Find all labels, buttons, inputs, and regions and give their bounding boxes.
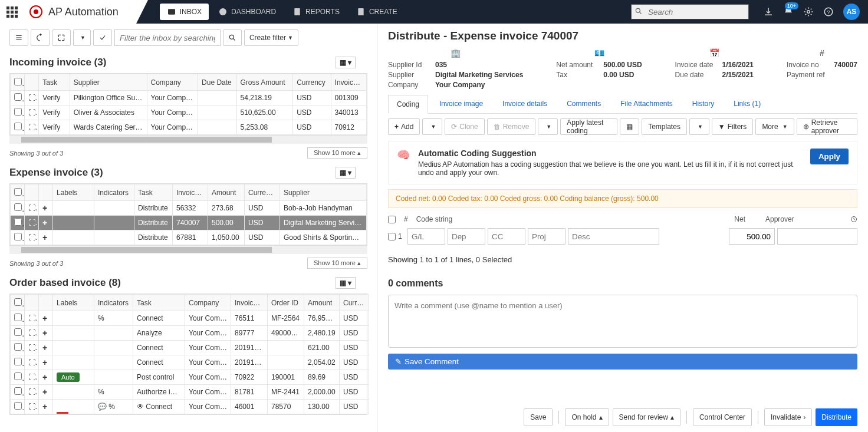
table-row[interactable]: ⛶ + AutoPost controlYour Company70922190… <box>11 370 369 385</box>
plus-icon[interactable]: + <box>42 387 47 397</box>
cc-input[interactable] <box>488 228 525 245</box>
expand-icon[interactable]: ⛶ <box>28 358 39 367</box>
row-checkbox[interactable] <box>14 358 22 365</box>
help-icon[interactable]: ? <box>823 6 834 17</box>
row-checkbox[interactable] <box>14 233 22 240</box>
expand-icon[interactable]: ⛶ <box>28 219 39 227</box>
expand-icon[interactable]: ⛶ <box>28 233 39 242</box>
tab-coding[interactable]: Coding <box>388 95 428 114</box>
table-row[interactable]: ⛶ + Distribute740007500.00USDDigital Mar… <box>11 216 367 230</box>
templates-dropdown[interactable]: ▼ <box>689 118 709 135</box>
retrieve-approver-button[interactable]: ⊕ Retrieve approver <box>797 118 857 135</box>
remove-dropdown[interactable]: ▼ <box>538 118 558 135</box>
coding-select-all[interactable] <box>388 216 396 223</box>
global-search-input[interactable] <box>631 4 749 19</box>
plus-icon[interactable]: + <box>42 314 47 323</box>
plus-icon[interactable]: + <box>42 343 47 352</box>
row-checkbox[interactable] <box>14 328 22 336</box>
row-checkbox[interactable] <box>14 123 22 130</box>
plus-icon[interactable]: + <box>42 203 47 213</box>
table-row[interactable]: ⛶ VerifyPilkington Office SuppliesYour C… <box>11 91 367 105</box>
add-button[interactable]: +Add <box>388 118 420 135</box>
dep-input[interactable] <box>448 228 485 245</box>
apps-grid-icon[interactable] <box>0 0 24 24</box>
row-checkbox[interactable] <box>14 402 22 410</box>
expand-icon[interactable]: ⛶ <box>28 204 39 212</box>
plus-icon[interactable]: + <box>42 372 47 382</box>
table-row[interactable]: ⛶ + AnalyzeYour Company8977749000121...2… <box>11 326 369 341</box>
row-checkbox[interactable] <box>14 93 22 101</box>
plus-icon[interactable]: + <box>42 328 47 338</box>
desc-input[interactable] <box>568 228 659 245</box>
tab-history[interactable]: History <box>684 95 722 113</box>
incoming-show-more[interactable]: Show 10 more ▴ <box>307 147 367 159</box>
coding-row-checkbox[interactable] <box>388 233 396 240</box>
proj-input[interactable] <box>528 228 565 245</box>
save-button[interactable]: Save <box>524 408 553 426</box>
distribute-button[interactable]: Distribute <box>816 408 857 426</box>
invalidate-button[interactable]: Invalidate › <box>764 408 812 426</box>
row-checkbox[interactable] <box>14 343 22 351</box>
row-checkbox[interactable] <box>14 218 22 226</box>
table-row[interactable]: ⛶ + 💬 %👁 ConnectYour Company460017857013… <box>11 400 369 414</box>
notifications-icon[interactable]: 10+ <box>783 6 794 18</box>
row-checkbox[interactable] <box>14 387 22 395</box>
order-select-all[interactable] <box>14 298 22 306</box>
expense-view-toggle[interactable]: ▦ ▾ <box>336 167 356 179</box>
inbox-filter-input[interactable] <box>114 29 221 46</box>
apply-suggestion-button[interactable]: Apply <box>810 149 849 164</box>
grid-settings-button[interactable]: ▦ <box>620 118 639 135</box>
inbox-search-button[interactable] <box>223 29 242 46</box>
expand-icon[interactable]: ⛶ <box>28 108 39 117</box>
table-row[interactable]: ⛶ + %Authorize invoi...Your Company81781… <box>11 385 369 400</box>
onhold-button[interactable]: On hold ▴ <box>565 408 609 426</box>
user-avatar[interactable]: AS <box>843 4 860 20</box>
expand-icon[interactable]: ⛶ <box>28 373 39 381</box>
check-button[interactable] <box>93 29 112 46</box>
expand-icon[interactable]: ⛶ <box>28 329 39 337</box>
clone-button[interactable]: ⟳ Clone <box>445 118 484 135</box>
incoming-view-toggle[interactable]: ▦ ▾ <box>336 57 356 68</box>
table-row[interactable]: ⛶ + ConnectYour Company201912372,054.02U… <box>11 355 369 370</box>
list-view-button[interactable] <box>9 29 28 46</box>
gl-input[interactable] <box>407 228 445 245</box>
tab-invoice-image[interactable]: Invoice image <box>431 95 491 113</box>
approver-input[interactable] <box>777 228 857 245</box>
download-icon[interactable] <box>763 6 774 17</box>
comment-textarea[interactable] <box>394 301 851 337</box>
incoming-scrollbar[interactable] <box>9 136 367 144</box>
plus-icon[interactable]: + <box>42 233 47 242</box>
expense-select-all[interactable] <box>14 188 22 196</box>
expense-scrollbar[interactable] <box>9 246 367 254</box>
fullscreen-button[interactable] <box>52 29 71 46</box>
expand-icon[interactable]: ⛶ <box>28 123 39 131</box>
table-row[interactable]: ⛶ + %ConnectYour Company76511MF-256476,9… <box>11 311 369 326</box>
dropdown-button[interactable]: ▼ <box>73 29 91 46</box>
filters-button[interactable]: ▼ Filters <box>712 118 754 135</box>
expand-icon[interactable]: ⛶ <box>28 403 39 411</box>
row-checkbox[interactable] <box>14 372 22 380</box>
order-view-toggle[interactable]: ▦ ▾ <box>336 277 356 289</box>
nav-inbox[interactable]: INBOX <box>160 4 209 20</box>
plus-icon[interactable]: + <box>42 218 47 227</box>
more-button[interactable]: More▼ <box>755 118 794 135</box>
tab-links[interactable]: Links (1) <box>725 95 769 113</box>
control-center-button[interactable]: Control Center <box>693 408 752 426</box>
nav-dashboard[interactable]: DASHBOARD <box>211 4 283 20</box>
gear-icon[interactable] <box>803 6 814 17</box>
table-row[interactable]: ⛶ + Distribute56332273.68USDBob-a-Job Ha… <box>11 201 367 216</box>
tab-file-attachments[interactable]: File Attachments <box>612 95 681 113</box>
expand-icon[interactable]: ⛶ <box>28 314 39 322</box>
incoming-select-all[interactable] <box>14 78 22 85</box>
table-row[interactable]: ⛶ + Distribute678811,050.00USDGood Shirt… <box>11 230 367 245</box>
expense-show-more[interactable]: Show 10 more ▴ <box>307 258 367 269</box>
plus-icon[interactable]: + <box>42 402 47 411</box>
refresh-button[interactable] <box>31 29 50 46</box>
create-filter-button[interactable]: Create filter▼ <box>244 29 298 46</box>
templates-button[interactable]: Templates <box>642 118 687 135</box>
row-checkbox[interactable] <box>14 314 22 321</box>
table-row[interactable]: ⛶ VerifyOliver & AssociatesYour Company5… <box>11 105 367 120</box>
net-input[interactable] <box>729 228 775 245</box>
add-dropdown[interactable]: ▼ <box>422 118 442 135</box>
plus-icon[interactable]: + <box>42 358 47 367</box>
